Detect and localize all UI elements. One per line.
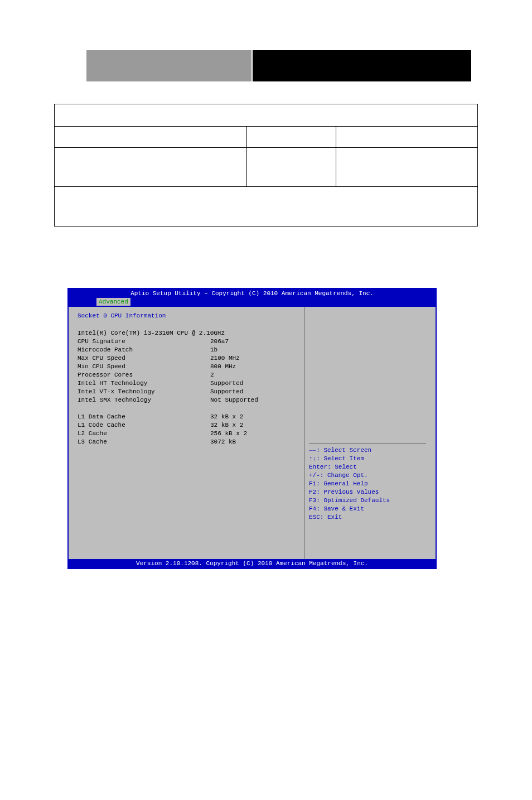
options-table-header <box>55 104 477 127</box>
bios-title: Aptio Setup Utility – Copyright (C) 2010… <box>69 289 436 298</box>
info-label: Intel SMX Technology <box>78 396 210 404</box>
help-line: ESC: Exit <box>309 513 426 522</box>
table-cell <box>55 127 247 147</box>
cpu-name-text: Intel(R) Core(TM) i3-2310M CPU @ 2.10GHz <box>78 329 225 338</box>
info-label: L3 Cache <box>78 438 210 446</box>
tab-advanced[interactable]: Advanced <box>96 298 130 306</box>
header-right-block <box>253 50 471 81</box>
info-label: L1 Code Cache <box>78 421 210 430</box>
info-value: 32 kB x 2 <box>210 421 243 430</box>
help-line: ↑↓: Select Item <box>309 455 426 463</box>
info-row: Microcode Patch1b <box>78 346 298 354</box>
help-line: F3: Optimized Defaults <box>309 497 426 505</box>
info-label: Intel VT-x Technology <box>78 388 210 396</box>
help-line: F1: General Help <box>309 480 426 488</box>
info-label: Processor Cores <box>78 371 210 379</box>
info-label: Intel HT Technology <box>78 379 210 388</box>
info-row: L1 Code Cache32 kB x 2 <box>78 421 298 430</box>
info-value: Supported <box>210 388 243 396</box>
info-row: Intel HT TechnologySupported <box>78 379 298 388</box>
info-value: 2100 MHz <box>210 354 240 363</box>
info-value: Supported <box>210 379 243 388</box>
info-label: CPU Signature <box>78 338 210 346</box>
bios-help-keys: →←: Select Screen ↑↓: Select Item Enter:… <box>309 444 426 522</box>
info-value: 1b <box>210 346 217 354</box>
info-label: L2 Cache <box>78 430 210 438</box>
info-value: 206a7 <box>210 338 229 346</box>
info-value: 256 kB x 2 <box>210 430 247 438</box>
help-line: +/-: Change Opt. <box>309 471 426 480</box>
help-line: F2: Previous Values <box>309 488 426 497</box>
table-cell <box>247 127 336 147</box>
info-value: 800 MHz <box>210 363 236 371</box>
section-title: Socket 0 CPU Information <box>78 312 298 319</box>
info-label: Max CPU Speed <box>78 354 210 363</box>
info-value: Not Supported <box>210 396 258 404</box>
info-label: L1 Data Cache <box>78 413 210 421</box>
info-label: Min CPU Speed <box>78 363 210 371</box>
help-line: →←: Select Screen <box>309 446 426 455</box>
table-cell <box>336 148 477 186</box>
info-row: Processor Cores2 <box>78 371 298 379</box>
table-row <box>55 127 477 148</box>
info-row: Max CPU Speed2100 MHz <box>78 354 298 363</box>
table-cell <box>55 187 247 226</box>
info-row: CPU Signature206a7 <box>78 338 298 346</box>
bios-footer: Version 2.10.1208. Copyright (C) 2010 Am… <box>69 559 436 568</box>
table-row <box>55 148 477 187</box>
info-row: Min CPU Speed800 MHz <box>78 363 298 371</box>
bios-screen: Aptio Setup Utility – Copyright (C) 2010… <box>67 288 437 569</box>
page-header <box>86 50 471 81</box>
bios-body: Socket 0 CPU Information Intel(R) Core(T… <box>69 307 436 559</box>
info-row: L2 Cache256 kB x 2 <box>78 430 298 438</box>
table-cell <box>55 148 247 186</box>
bios-side-panel: →←: Select Screen ↑↓: Select Item Enter:… <box>304 307 436 559</box>
info-row: Intel VT-x TechnologySupported <box>78 388 298 396</box>
help-line: Enter: Select <box>309 463 426 471</box>
info-row: L3 Cache3072 kB <box>78 438 298 446</box>
table-cell <box>247 148 336 186</box>
bios-tabs[interactable]: Advanced <box>69 298 436 307</box>
help-line: F4: Save & Exit <box>309 505 426 513</box>
table-row <box>55 187 477 226</box>
info-value: 32 kB x 2 <box>210 413 243 421</box>
bios-main-panel: Socket 0 CPU Information Intel(R) Core(T… <box>69 307 304 559</box>
header-left-block <box>86 50 252 81</box>
info-row: L1 Data Cache32 kB x 2 <box>78 413 298 421</box>
cpu-name: Intel(R) Core(TM) i3-2310M CPU @ 2.10GHz <box>78 329 298 338</box>
options-table <box>54 104 478 226</box>
info-row: Intel SMX TechnologyNot Supported <box>78 396 298 404</box>
info-label: Microcode Patch <box>78 346 210 354</box>
info-value: 2 <box>210 371 214 379</box>
info-value: 3072 kB <box>210 438 236 446</box>
table-cell <box>336 127 477 147</box>
